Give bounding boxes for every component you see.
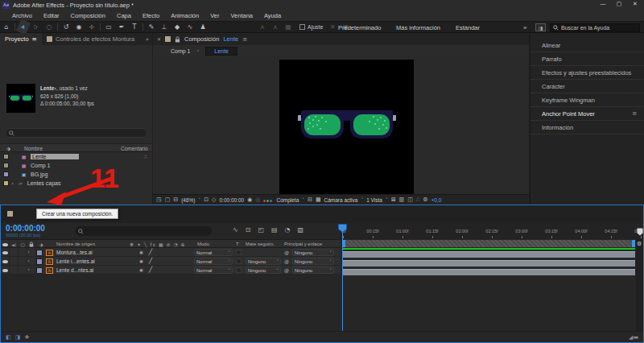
menu-ayuda[interactable]: Ayuda — [258, 12, 287, 19]
panel-menu-icon[interactable]: ≡ — [632, 110, 637, 117]
timeline-panel-icon[interactable]: ◫ — [407, 196, 413, 203]
parent-dropdown[interactable]: Ninguno˅ — [292, 267, 334, 274]
transparency-grid-icon[interactable]: ▦ — [316, 196, 321, 203]
pickwhip-icon[interactable]: @ — [284, 267, 289, 273]
pickwhip-icon[interactable]: @ — [284, 258, 289, 264]
layer-row-lente-der[interactable]: › Ai Lente d...ntes.ai ✱ ╱ Normal˅ Ningu… — [1, 266, 341, 275]
preserve-transparency-checkbox[interactable] — [236, 250, 242, 255]
column-trkmat[interactable]: Mate seguim. — [246, 242, 275, 246]
label-swatch[interactable] — [3, 154, 9, 159]
item-name[interactable]: Comp 1 — [31, 163, 51, 168]
collapse-switch-icon[interactable]: ✱ — [139, 250, 143, 255]
lock-icon[interactable] — [175, 36, 180, 43]
collapse-switch-icon[interactable]: ✱ — [139, 258, 143, 264]
breadcrumb-current[interactable]: Lente — [205, 47, 237, 56]
expand-layer-switches-icon[interactable]: ◧ — [6, 334, 11, 341]
project-item-comp1[interactable]: ▦ Comp 1 — [0, 161, 152, 170]
parent-dropdown[interactable]: Ninguno˅ — [292, 258, 334, 265]
menu-capa[interactable]: Capa — [111, 12, 137, 19]
eraser-tool-icon[interactable]: ◆ — [171, 22, 184, 32]
camera-tool-icon[interactable]: ◉ — [72, 22, 85, 32]
playhead-handle[interactable] — [338, 224, 347, 233]
draft-3d-icon[interactable]: ⊡ — [246, 226, 251, 233]
maximize-button[interactable]: ▢ — [613, 1, 625, 7]
pixel-aspect-icon[interactable]: ⊠ — [391, 196, 396, 203]
hand-tool-icon[interactable]: ☞ — [30, 22, 43, 32]
menu-ver[interactable]: Ver — [204, 12, 225, 19]
menu-archivo[interactable]: Archivo — [6, 12, 38, 19]
expand-arrow-icon[interactable]: › — [27, 258, 30, 264]
item-name[interactable]: Lente — [31, 154, 79, 159]
frame-blending-icon[interactable]: ▤ — [271, 226, 278, 233]
time-ruler[interactable]: 00f 00:15f 01:00f 01:15f 02:00f 02:15f 0… — [341, 223, 643, 239]
layer-label-chip[interactable] — [36, 258, 43, 265]
show-channel-icon[interactable] — [263, 197, 273, 203]
pen-tool-icon[interactable]: ✒ — [115, 22, 128, 32]
panel-label[interactable]: Composición — [184, 35, 219, 43]
preview-lock-icon[interactable]: ◳ — [156, 196, 162, 203]
menu-animacion[interactable]: Animación — [165, 12, 204, 19]
motion-blur-icon[interactable]: ◔ — [285, 226, 291, 233]
eye-icon[interactable] — [2, 269, 8, 272]
project-item-bg-jpg[interactable]: ▣ BG.jpg — [0, 170, 152, 179]
breadcrumb-parent[interactable]: Comp 1 — [171, 48, 191, 54]
shape-tool-icon[interactable]: ▭ — [102, 22, 115, 32]
sidebar-item-informacion[interactable]: Información — [530, 121, 644, 134]
region-of-interest-icon[interactable]: ⊟ — [308, 196, 312, 203]
help-search-input[interactable]: Buscar en la Ayuda — [550, 23, 640, 32]
work-area-bar[interactable] — [342, 240, 635, 247]
item-name[interactable]: BG.jpg — [31, 172, 47, 177]
menu-efecto[interactable]: Efecto — [137, 12, 165, 19]
column-t[interactable]: T — [236, 242, 239, 246]
layer-name[interactable]: Montura...tes.ai — [56, 250, 93, 255]
track-matte-dropdown[interactable]: Ninguno˅ — [246, 258, 281, 265]
parent-dropdown[interactable]: Ninguno˅ — [292, 249, 334, 256]
snapshot-icon[interactable]: ◉ — [247, 196, 252, 203]
eye-icon[interactable] — [2, 243, 8, 246]
brush-tool-icon[interactable]: ✎ — [145, 22, 158, 32]
label-swatch[interactable] — [3, 172, 9, 177]
comp-timecode[interactable]: 0:00:00:00 — [219, 197, 244, 203]
expand-in-out-icon[interactable]: ❖ — [24, 334, 29, 341]
eye-icon[interactable] — [2, 251, 8, 254]
sidebar-item-anchor-point-mover[interactable]: Anchor Point Mover≡ — [530, 107, 644, 121]
current-time-field[interactable]: 0:00:00:00 — [6, 224, 45, 233]
shy-layers-icon[interactable]: ◰ — [258, 226, 264, 233]
work-area-end-handle[interactable] — [632, 240, 635, 247]
composition-canvas[interactable] — [279, 60, 414, 194]
home-tool-icon[interactable]: ⌂ — [0, 22, 13, 32]
expand-arrow-icon[interactable]: › — [27, 267, 30, 273]
column-comentario[interactable]: Comentario — [121, 146, 148, 151]
sidebar-item-alinear[interactable]: Alinear — [530, 39, 644, 52]
preserve-transparency-checkbox[interactable] — [236, 267, 242, 273]
minimize-button[interactable]: — — [597, 1, 609, 6]
workspace-estandar[interactable]: Estándar — [456, 24, 480, 31]
stamp-tool-icon[interactable]: ⊥ — [158, 22, 171, 32]
graph-editor-icon[interactable]: ▧ — [298, 226, 304, 233]
label-swatch[interactable] — [3, 180, 9, 186]
roto-brush-tool-icon[interactable]: ∿ — [184, 22, 196, 32]
mode-dropdown[interactable]: Normal˅ — [194, 267, 233, 274]
panel-menu-icon[interactable]: ≡ — [32, 35, 37, 43]
menu-editar[interactable]: Editar — [38, 12, 65, 19]
tab-controles-de-efectos[interactable]: Controles de efectos Montura — [42, 35, 139, 43]
tab-proyecto[interactable]: Proyecto ≡ — [0, 33, 42, 45]
magnification-dropdown[interactable]: (46%) — [181, 197, 195, 203]
puppet-tool-icon[interactable]: ♟ — [196, 22, 209, 32]
layer-row-lente-izq[interactable]: › Ai Lente i...entes.ai ✱ ╱ Normal˅ Ning… — [1, 257, 341, 266]
safe-zones-icon[interactable]: ⊡ — [204, 196, 208, 203]
close-button[interactable]: ✕ — [630, 1, 641, 7]
track-matte-dropdown[interactable]: Ninguno˅ — [246, 267, 281, 274]
sidebar-item-caracter[interactable]: Carácter — [530, 80, 644, 93]
column-source-name[interactable]: Nombre de origen — [56, 242, 95, 246]
item-name[interactable]: Lentes capas — [27, 180, 61, 186]
mask-visibility-icon[interactable]: ◇ — [212, 196, 216, 203]
workspace-overflow-chevron[interactable]: » — [523, 24, 526, 31]
layer-duration-bar[interactable] — [342, 251, 635, 258]
panel-menu-icon[interactable]: ≡ — [242, 36, 247, 43]
quality-switch-icon[interactable]: ╱ — [149, 258, 152, 264]
workspace-switcher-icon[interactable]: ◨ — [535, 23, 546, 31]
layer-name[interactable]: Lente i...entes.ai — [56, 258, 95, 264]
mode-dropdown[interactable]: Normal˅ — [194, 258, 233, 265]
exposure-value[interactable]: +0,0 — [431, 197, 442, 203]
